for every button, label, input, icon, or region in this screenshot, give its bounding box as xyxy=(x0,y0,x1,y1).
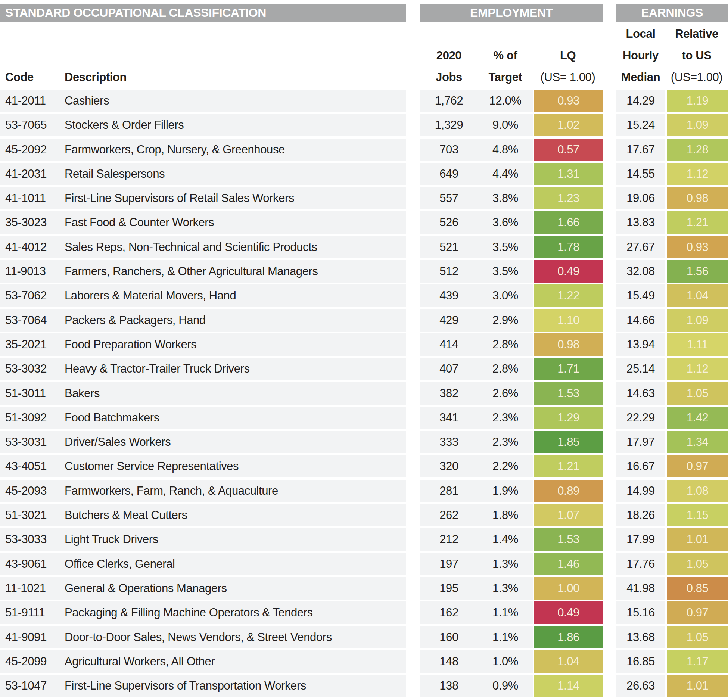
soc-code: 53-3032 xyxy=(0,362,65,376)
pct-of-target-cell: 1.3% xyxy=(478,553,533,575)
lq-cell: 1.21 xyxy=(533,455,603,477)
soc-code: 53-3031 xyxy=(0,435,65,449)
jobs-2020-cell: 1,329 xyxy=(420,114,478,136)
occupation-row: 43-9061Office Clerks, General1971.3%1.46… xyxy=(0,553,728,575)
pct-of-target-cell: 2.8% xyxy=(478,358,533,380)
occupation-description: Food Preparation Workers xyxy=(65,338,196,351)
section-title-bars: STANDARD OCCUPATIONAL CLASSIFICATION EMP… xyxy=(0,4,728,22)
occupation-row: 45-2099Agricultural Workers, All Other14… xyxy=(0,650,728,673)
relative-to-us-cell: 1.19 xyxy=(665,90,728,112)
lq-cell: 1.85 xyxy=(533,431,603,453)
jobs-2020-cell: 414 xyxy=(420,333,478,356)
occupation-description: Packers & Packagers, Hand xyxy=(65,314,206,327)
section-gap xyxy=(603,577,616,600)
occupation-row: 11-9013Farmers, Ranchers, & Other Agricu… xyxy=(0,260,728,283)
table-body: 41-2011Cashiers1,76212.0%0.9314.291.1953… xyxy=(0,90,728,697)
pct-of-target-cell: 4.8% xyxy=(478,139,533,161)
section-gap xyxy=(406,163,420,185)
relative-to-us-cell: 1.11 xyxy=(665,333,728,356)
section-gap xyxy=(406,260,420,283)
jobs-2020-column-header: 2020 Jobs xyxy=(420,22,478,90)
section-gap xyxy=(406,187,420,209)
jobs-2020-cell: 262 xyxy=(420,504,478,526)
section-gap xyxy=(406,90,420,112)
pct-of-target-cell: 4.4% xyxy=(478,163,533,185)
relative-to-us-cell: 1.34 xyxy=(665,431,728,453)
soc-code: 41-4012 xyxy=(0,240,65,254)
code-description-cell: 53-7065Stockers & Order Fillers xyxy=(0,114,406,136)
section-gap xyxy=(603,236,616,258)
jobs-2020-cell: 320 xyxy=(420,455,478,477)
jobs-2020-cell: 557 xyxy=(420,187,478,209)
section-gap xyxy=(406,480,420,502)
relative-to-us-cell: 1.28 xyxy=(665,139,728,161)
lq-cell: 1.02 xyxy=(533,114,603,136)
occupation-row: 53-3031Driver/Sales Workers3332.3%1.8517… xyxy=(0,431,728,453)
code-description-cell: 53-1047First-Line Supervisors of Transpo… xyxy=(0,675,406,697)
pct-of-target-cell: 3.8% xyxy=(478,187,533,209)
pct-of-target-cell: 2.3% xyxy=(478,407,533,429)
section-gap xyxy=(406,504,420,526)
code-description-cell: 41-1011First-Line Supervisors of Retail … xyxy=(0,187,406,209)
local-hourly-median-cell: 17.76 xyxy=(616,553,665,575)
pct-of-target-cell: 3.0% xyxy=(478,284,533,307)
code-description-cell: 43-4051Customer Service Representatives xyxy=(0,455,406,477)
occupation-description: Agricultural Workers, All Other xyxy=(65,655,215,668)
section-gap xyxy=(406,284,420,307)
relative-to-us-cell: 1.05 xyxy=(665,553,728,575)
local-hourly-median-cell: 27.67 xyxy=(616,236,665,258)
relative-to-us-cell: 1.17 xyxy=(665,650,728,673)
code-description-cell: 53-3032Heavy & Tractor-Trailer Truck Dri… xyxy=(0,358,406,380)
section-gap xyxy=(406,211,420,234)
jobs-2020-cell: 162 xyxy=(420,601,478,624)
lq-header-line1: LQ xyxy=(533,45,603,66)
column-headers: Code Description 2020 Jobs % of Target L… xyxy=(0,22,728,90)
jobs-2020-cell: 382 xyxy=(420,382,478,405)
local-hourly-median-cell: 19.06 xyxy=(616,187,665,209)
local-hourly-median-cell: 15.49 xyxy=(616,284,665,307)
jobs-2020-cell: 407 xyxy=(420,358,478,380)
section-gap xyxy=(406,577,420,600)
relative-to-us-cell: 1.08 xyxy=(665,480,728,502)
local-hourly-median-cell: 13.83 xyxy=(616,211,665,234)
lq-column-header: LQ (US= 1.00) xyxy=(533,22,603,90)
code-column-header: Code xyxy=(0,66,65,88)
occupation-row: 45-2092Farmworkers, Crop, Nursery, & Gre… xyxy=(0,139,728,161)
pct-header-line2: Target xyxy=(478,66,533,88)
hourly-header-line1: Local xyxy=(616,23,665,45)
local-hourly-median-cell: 17.99 xyxy=(616,528,665,551)
occupation-row: 53-7062Laborers & Material Movers, Hand4… xyxy=(0,284,728,307)
soc-code: 45-2092 xyxy=(0,143,65,156)
local-hourly-median-cell: 32.08 xyxy=(616,260,665,283)
jobs-2020-cell: 429 xyxy=(420,309,478,332)
pct-of-target-cell: 1.9% xyxy=(478,480,533,502)
section-gap xyxy=(603,382,616,405)
pct-of-target-cell: 1.1% xyxy=(478,626,533,648)
jobs-2020-cell: 703 xyxy=(420,139,478,161)
lq-header-line2: (US= 1.00) xyxy=(533,66,603,88)
occupation-row: 35-2021Food Preparation Workers4142.8%0.… xyxy=(0,333,728,356)
local-hourly-median-cell: 22.29 xyxy=(616,407,665,429)
occupation-description: Cashiers xyxy=(65,94,109,108)
local-hourly-median-cell: 18.26 xyxy=(616,504,665,526)
code-description-cell: 51-3021Butchers & Meat Cutters xyxy=(0,504,406,526)
occupation-description: Farmworkers, Crop, Nursery, & Greenhouse xyxy=(65,143,285,156)
relative-header-line3: (US=1.00) xyxy=(665,66,728,88)
lq-cell: 0.93 xyxy=(533,90,603,112)
lq-cell: 1.78 xyxy=(533,236,603,258)
section-gap xyxy=(603,601,616,624)
soc-code: 11-1021 xyxy=(0,582,65,595)
code-description-cell: 35-2021Food Preparation Workers xyxy=(0,333,406,356)
code-description-cell: 45-2092Farmworkers, Crop, Nursery, & Gre… xyxy=(0,139,406,161)
occupation-description: Food Batchmakers xyxy=(65,411,159,424)
section-gap xyxy=(406,528,420,551)
section-gap xyxy=(603,431,616,453)
code-description-cell: 45-2093Farmworkers, Farm, Ranch, & Aquac… xyxy=(0,480,406,502)
occupation-description: Packaging & Filling Machine Operators & … xyxy=(65,606,313,619)
occupation-row: 45-2093Farmworkers, Farm, Ranch, & Aquac… xyxy=(0,480,728,502)
local-hourly-median-cell: 13.68 xyxy=(616,626,665,648)
occupation-row: 51-9111Packaging & Filling Machine Opera… xyxy=(0,601,728,624)
occupation-row: 51-3011Bakers3822.6%1.5314.631.05 xyxy=(0,382,728,405)
soc-code: 53-7064 xyxy=(0,314,65,327)
jobs-2020-cell: 341 xyxy=(420,407,478,429)
